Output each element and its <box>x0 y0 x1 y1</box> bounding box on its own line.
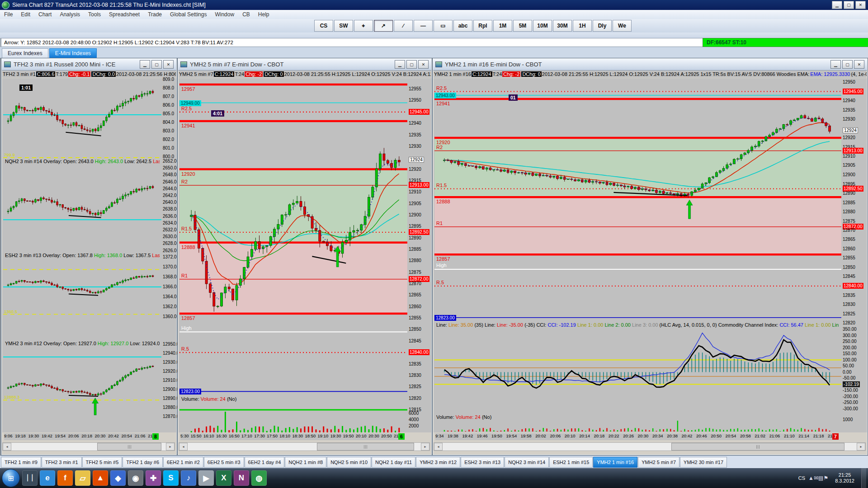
menu-edit[interactable]: Edit <box>17 10 34 19</box>
chart-canvas[interactable]: 799.91360.512888.3 <box>2 58 176 432</box>
time-tick: 15:50 <box>191 433 202 440</box>
chart-tab-nqh2-3-min-14[interactable]: NQH2 3 min #14 <box>505 457 549 468</box>
show-desktop-button[interactable] <box>861 468 866 488</box>
toolbar-1h[interactable]: 1H <box>573 20 592 32</box>
chart-workspace: TFH2 3 min #1 Russell 2000 Mini - ICE▁▢✕… <box>0 58 868 455</box>
toolbar-we[interactable]: We <box>613 20 632 32</box>
horizontal-line-icon[interactable]: — <box>414 20 433 32</box>
maximize-button[interactable]: ▢ <box>844 1 854 9</box>
price-tick: 12870 <box>843 227 855 233</box>
network-utility-icon[interactable]: ᛁᛁ <box>22 470 38 486</box>
chart-tab-tfh2-5-min-5[interactable]: TFH2 5 min #5 <box>82 457 123 468</box>
price-tick: 12895 <box>409 223 421 229</box>
tray-icon[interactable]: ✉ <box>814 475 818 481</box>
globe-app-icon[interactable]: ◍ <box>251 470 267 486</box>
chart-tab-nqh2-1-min-8[interactable]: NQH2 1 min #8 <box>285 457 326 468</box>
scroll-left-arrow[interactable]: ◂ <box>3 443 11 450</box>
scrollbar-thumb[interactable] <box>317 443 414 450</box>
scroll-left-arrow[interactable]: ◂ <box>434 443 443 450</box>
tray-icon[interactable]: ▲ <box>808 475 814 481</box>
menu-help[interactable]: Help <box>254 10 274 19</box>
excel-icon[interactable]: X <box>216 470 231 486</box>
scroll-right-arrow[interactable]: ▸ <box>421 443 429 450</box>
menu-spreadsheet[interactable]: Spreadsheet <box>105 10 144 19</box>
language-indicator[interactable]: CS <box>798 475 805 481</box>
price-tick: 12880 <box>843 209 855 215</box>
svg-text:R1: R1 <box>181 273 188 278</box>
menu-window[interactable]: Window <box>211 10 238 19</box>
chart-tab-esh2-3-min-13[interactable]: ESH2 3 min #13 <box>461 457 504 468</box>
chart-tab-ymh2-5-min-7[interactable]: YMH2 5 min #7 <box>638 457 679 468</box>
folder-explorer-icon[interactable]: ▱ <box>75 470 90 486</box>
rectangle-icon[interactable]: ▭ <box>434 20 453 32</box>
chartbook-tab-eurex-indexes[interactable]: Eurex Indexes <box>2 48 48 58</box>
price-tick: 2642.0 <box>163 192 177 198</box>
toolbar-cs[interactable]: CS <box>314 20 333 32</box>
scroll-left-arrow[interactable]: ◂ <box>179 443 188 450</box>
toolbar-sw[interactable]: SW <box>334 20 353 32</box>
chart-tab-ymh2-3-min-12[interactable]: YMH2 3 min #12 <box>416 457 460 468</box>
chart-tab-esh2-1-min-15[interactable]: ESH2 1 min #15 <box>549 457 593 468</box>
media-player-icon[interactable]: ▶ <box>198 470 214 486</box>
media-app-icon[interactable]: ▲ <box>93 470 108 486</box>
minimize-button[interactable]: ▁ <box>832 1 842 9</box>
camera-app-icon[interactable]: ◉ <box>128 470 143 486</box>
skype-icon[interactable]: S <box>163 470 179 486</box>
chart-tab-ymh2-1-min-16[interactable]: YMH2 1 min #16 <box>593 457 637 468</box>
svg-text:12888.3: 12888.3 <box>4 394 19 399</box>
firefox-icon[interactable]: f <box>57 470 73 486</box>
blue-app-icon[interactable]: ◆ <box>110 470 126 486</box>
menu-chart[interactable]: Chart <box>34 10 56 19</box>
close-button[interactable]: ✕ <box>855 1 866 9</box>
start-button[interactable]: ⊞ <box>2 469 20 487</box>
itunes-icon[interactable]: ♪ <box>181 470 196 486</box>
trendline-icon[interactable]: ↗ <box>374 20 393 32</box>
chart-tab-tfh2-1-day-6[interactable]: TFH2 1 day #6 <box>123 457 163 468</box>
toolbar-30m[interactable]: 30M <box>553 20 572 32</box>
chart-tab-6eh2-1-min-2[interactable]: 6EH2 1 min #2 <box>163 457 203 468</box>
horizontal-scrollbar[interactable]: ◂▸ <box>2 442 175 451</box>
chart-tab-6eh2-1-day-4[interactable]: 6EH2 1 day #4 <box>245 457 285 468</box>
toolbar-dly[interactable]: Dly <box>593 20 612 32</box>
menu-analysis[interactable]: Analysis <box>56 10 84 19</box>
toolbar-abc[interactable]: abc <box>453 20 472 32</box>
menu-trade[interactable]: Trade <box>144 10 166 19</box>
chart-tab-tfh2-1-min-9[interactable]: TFH2 1 min #9 <box>1 457 41 468</box>
chart-tab-ymh2-30-min-17[interactable]: YMH2 30 min #17 <box>680 457 727 468</box>
svg-text:12941: 12941 <box>181 123 195 128</box>
menu-global-settings[interactable]: Global Settings <box>166 10 211 19</box>
tray-icon[interactable]: ▤ <box>818 475 823 481</box>
crosshair-icon[interactable]: ⌖ <box>354 20 373 32</box>
bar-countdown-badge: 7 <box>832 433 839 440</box>
toolbar-10m[interactable]: 10M <box>533 20 552 32</box>
chart-tab-nqh2-1-day-11[interactable]: NQH2 1 day #11 <box>372 457 415 468</box>
toolbar-5m[interactable]: 5M <box>513 20 532 32</box>
menu-cb[interactable]: CB <box>238 10 254 19</box>
app-title: Sierra Chart 827 TransAct 2012-03-08 21:… <box>12 2 206 8</box>
bar-countdown-badge: 6 <box>398 433 405 440</box>
tray-icon[interactable]: ⚑ <box>823 475 828 481</box>
chart-canvas[interactable]: R2.51294112920R2R1.512888R112857HighR.5 <box>434 58 867 432</box>
price-tick: 12825 <box>409 384 421 389</box>
toolbar-1m[interactable]: 1M <box>493 20 512 32</box>
scroll-right-arrow[interactable]: ▸ <box>857 443 865 450</box>
price-tick: 12875 <box>409 269 421 275</box>
scrollbar-thumb[interactable] <box>671 443 844 450</box>
price-tick: 12890.0 <box>163 395 179 401</box>
menu-tools[interactable]: Tools <box>84 10 105 19</box>
pin-app-icon[interactable]: ✚ <box>146 470 161 486</box>
horizontal-scrollbar[interactable]: ◂▸ <box>179 442 430 451</box>
chart-tab-6eh2-5-min-3[interactable]: 6EH2 5 min #3 <box>204 457 244 468</box>
scroll-right-arrow[interactable]: ▸ <box>166 443 175 450</box>
menu-file[interactable]: File <box>0 10 17 19</box>
onenote-icon[interactable]: N <box>234 470 249 486</box>
chart-tab-nqh2-5-min-10[interactable]: NQH2 5 min #10 <box>327 457 371 468</box>
ray-icon[interactable]: ∕ <box>394 20 413 32</box>
scrollbar-thumb[interactable] <box>97 443 161 450</box>
chart-tab-tfh2-3-min-1[interactable]: TFH2 3 min #1 <box>42 457 82 468</box>
internet-explorer-icon[interactable]: e <box>40 470 55 486</box>
taskbar-clock[interactable]: 21:25 8.3.2012 <box>831 472 858 484</box>
chartbook-tab-e-mini-indexes[interactable]: E-Mini Indexes <box>49 48 97 58</box>
toolbar-rpl[interactable]: Rpl <box>473 20 492 32</box>
horizontal-scrollbar[interactable]: ◂▸ <box>434 442 866 451</box>
